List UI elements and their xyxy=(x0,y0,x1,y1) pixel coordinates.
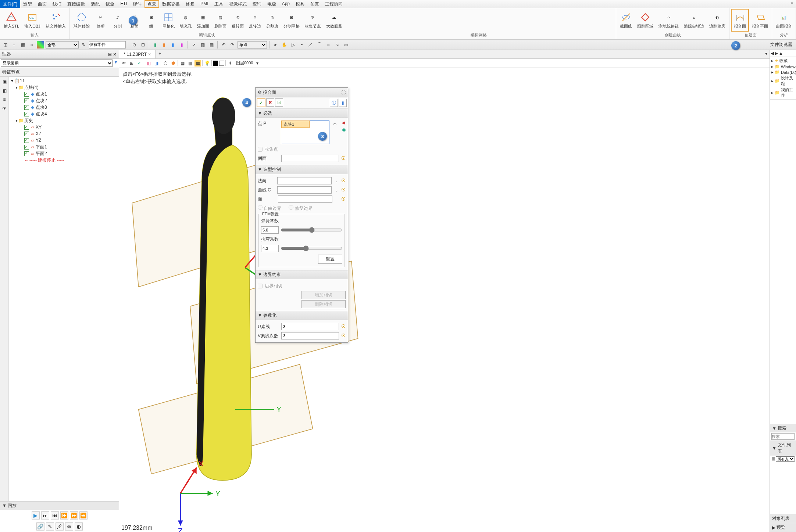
import-stl-button[interactable]: STL输入STL xyxy=(1,9,21,32)
ucount-input[interactable] xyxy=(281,323,339,330)
qb-cursor-icon[interactable]: ➤ xyxy=(272,41,279,48)
fast-fwd-button[interactable]: ⏩ xyxy=(70,511,78,520)
vt-white-icon[interactable] xyxy=(219,61,224,66)
vt-hide-icon[interactable]: 👁 xyxy=(121,60,127,66)
menu-query[interactable]: 查询 xyxy=(250,0,264,8)
qb-h2-icon[interactable]: ▮ xyxy=(160,41,168,48)
face-pick-icon[interactable]: ⦿ xyxy=(341,197,346,202)
face-input[interactable] xyxy=(278,195,332,203)
sel-pick-icon[interactable]: ◉ xyxy=(342,127,346,132)
collapse-icon[interactable]: ︽ xyxy=(332,121,338,126)
dialog-info-icon[interactable]: ⓘ xyxy=(330,99,338,107)
divide-button[interactable]: ⫽分割 xyxy=(110,9,126,32)
lsi-cube-icon[interactable]: ◧ xyxy=(1,87,8,94)
tree-history-folder[interactable]: ▾ 📁历史 xyxy=(10,117,118,124)
surface-fit-button[interactable]: 📊曲面拟合 xyxy=(774,9,794,32)
tree-stop[interactable]: ← ----- 建模停止 ----- xyxy=(10,157,118,163)
display-filter-select[interactable]: 显示常用 xyxy=(1,60,113,67)
qb-line-icon[interactable]: ／ xyxy=(307,41,314,48)
only-part-input[interactable] xyxy=(89,41,126,48)
track-silhouette-button[interactable]: ◐追踪轮廓 xyxy=(707,9,728,32)
menu-assembly[interactable]: 装配 xyxy=(88,0,103,8)
side-pick-icon[interactable]: ⦿ xyxy=(341,156,346,161)
qb-arc-icon[interactable]: ⌒ xyxy=(316,41,323,48)
tree-item-pb1[interactable]: ◆点块1 xyxy=(10,91,118,97)
normal-pick-icon[interactable]: ⦿ xyxy=(341,178,346,183)
dialog-preview-icon[interactable]: ▮ xyxy=(339,99,347,107)
sphere-remove-button[interactable]: 球体移除 xyxy=(71,9,92,32)
tabs-menu-icon[interactable]: ▾ xyxy=(763,50,770,58)
nav-fwd-icon[interactable]: ▶ xyxy=(775,51,778,56)
flipedge-button[interactable]: ⤧反转边 xyxy=(247,9,263,32)
dlg-section-required[interactable]: ▼ 必选 xyxy=(256,109,348,118)
vt-bulb-icon[interactable]: 💡 xyxy=(204,60,210,66)
bend-input[interactable] xyxy=(261,245,279,252)
tree-item-pb3[interactable]: ◆点块3 xyxy=(10,104,118,111)
data-item[interactable]: ▸ 📁Data(D:) xyxy=(771,69,795,75)
menu-fti[interactable]: FTI xyxy=(117,0,130,8)
menu-surface[interactable]: 曲面 xyxy=(35,0,50,8)
curvec-input[interactable] xyxy=(277,186,332,194)
filter-funnel-icon[interactable]: ▼ xyxy=(114,60,118,67)
nav-up-icon[interactable]: ▲ xyxy=(779,51,783,56)
menu-shape[interactable]: 造型 xyxy=(20,0,35,8)
curvec-expand-icon[interactable]: ⌄ xyxy=(334,188,339,192)
dialog-titlebar[interactable]: ⚙ 拟合面 ⛶ xyxy=(256,88,348,97)
menu-sheetmetal[interactable]: 钣金 xyxy=(103,0,117,8)
pick-select[interactable]: 单点 xyxy=(238,41,267,48)
reset-button[interactable]: 重置 xyxy=(318,255,342,264)
delface-button[interactable]: ▨删除面 xyxy=(212,9,229,32)
selection-listbox[interactable]: 点块1 3 xyxy=(281,121,329,144)
menu-caret-icon[interactable]: ^ xyxy=(788,0,796,8)
qb-hand-icon[interactable]: ✋ xyxy=(281,41,288,48)
vt-black-icon[interactable] xyxy=(213,61,218,66)
menu-pmi[interactable]: PMI xyxy=(197,0,211,8)
vt-hex2-icon[interactable]: ⬢ xyxy=(170,60,176,66)
step-fwd-button[interactable]: ⏭ xyxy=(41,511,49,520)
fl-icon[interactable]: ▦ xyxy=(771,456,775,462)
vt-layer-dd-icon[interactable]: ▾ xyxy=(254,60,261,66)
tab-document[interactable]: * 11.Z3PRT × xyxy=(119,50,156,58)
section-line-button[interactable]: 截面线 xyxy=(618,9,634,32)
selection-item[interactable]: 点块1 xyxy=(281,121,310,128)
menu-mold[interactable]: 模具 xyxy=(293,0,307,8)
menu-tools[interactable]: 工具 xyxy=(211,0,226,8)
side-input[interactable] xyxy=(281,155,339,162)
vt-view1-icon[interactable]: ▦ xyxy=(179,60,186,66)
trim-button[interactable]: ✂修剪 xyxy=(93,9,109,32)
spring-input[interactable] xyxy=(261,226,279,234)
rewind-button[interactable]: ⏪ xyxy=(79,511,88,520)
pb-tool1-icon[interactable]: 🔗 xyxy=(36,522,44,531)
pb-tool3-icon[interactable]: 🖊 xyxy=(56,522,64,531)
vt-cube1-icon[interactable]: ◧ xyxy=(145,60,152,66)
qb-refresh-icon[interactable]: ↻ xyxy=(80,41,88,48)
qb-snap1-icon[interactable]: ⊙ xyxy=(131,41,138,48)
tree-root[interactable]: ▾ 📋11 xyxy=(10,78,118,84)
filelist-select[interactable]: 所有支 xyxy=(776,456,795,462)
tab-add-button[interactable]: + xyxy=(156,50,164,58)
tree-item-xz[interactable]: ▱XZ xyxy=(10,130,118,137)
tree-pointblock-folder[interactable]: ▾ 📁点块(4) xyxy=(10,84,118,91)
filter-select[interactable]: 全部 xyxy=(46,41,79,48)
qb-grid2-icon[interactable]: ▦ xyxy=(208,41,215,48)
qb-minus-icon[interactable]: − xyxy=(10,41,18,48)
tab-close-icon[interactable]: × xyxy=(148,52,151,57)
dialog-apply-button[interactable]: ☑ xyxy=(275,98,283,107)
import-file-button[interactable]: 从文件输入 xyxy=(43,9,68,32)
windows-item[interactable]: ▸ 📁Windows xyxy=(771,64,795,69)
vt-cube2-icon[interactable]: ◨ xyxy=(153,60,160,66)
menu-pointcloud[interactable]: 点云 xyxy=(144,0,159,8)
v-pick-icon[interactable]: ⦿ xyxy=(341,333,346,338)
vt-check-icon[interactable]: ✓ xyxy=(136,60,143,66)
vt-hex1-icon[interactable]: ⬡ xyxy=(162,60,169,66)
tree-item-plane2[interactable]: ▱平面2 xyxy=(10,150,118,157)
track-sharp-button[interactable]: ⟁追踪尖锐边 xyxy=(682,9,706,32)
qb-curve-icon[interactable]: ∿ xyxy=(333,41,341,48)
qb-select-icon[interactable]: ◫ xyxy=(1,41,9,48)
vt-view2-icon[interactable]: ▥ xyxy=(187,60,193,66)
import-obj-button[interactable]: OBJ输入OBJ xyxy=(22,9,42,32)
close-icon[interactable]: ✕ xyxy=(113,52,117,57)
qb-redo-icon[interactable]: ↷ xyxy=(229,41,236,48)
qb-play-icon[interactable]: ▷ xyxy=(289,41,297,48)
qb-grid-icon[interactable]: ▦ xyxy=(19,41,26,48)
